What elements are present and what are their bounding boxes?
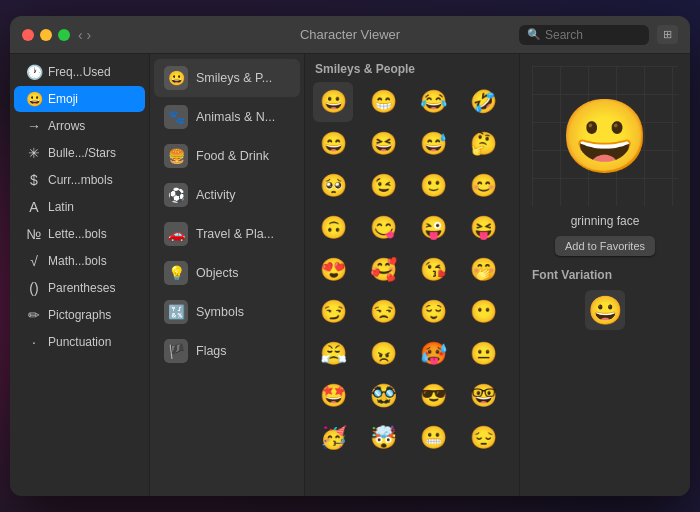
emoji-cell[interactable]: 😤 [313,334,353,374]
sidebar-item-emoji[interactable]: 😀Emoji [14,86,145,112]
emoji-cell[interactable]: 😏 [313,292,353,332]
main-content: 🕐Freq...Used😀Emoji→Arrows✳Bulle.../Stars… [10,54,690,496]
cat-label-objects: Objects [196,266,238,280]
sidebar-icon-bullets: ✳ [26,145,42,161]
sidebar-label-arrows: Arrows [48,119,85,133]
emoji-name: grinning face [571,214,640,228]
emoji-cell[interactable]: 😒 [363,292,403,332]
sidebar-item-pictographs[interactable]: ✏Pictographs [14,302,145,328]
emoji-cell[interactable]: 😆 [363,124,403,164]
search-box[interactable]: 🔍 [519,25,649,45]
emoji-cell[interactable]: 😝 [463,208,503,248]
emoji-cell[interactable]: 🥳 [313,418,353,458]
emoji-cell[interactable]: 😘 [413,250,453,290]
minimize-button[interactable] [40,29,52,41]
character-viewer-window: ‹ › Character Viewer 🔍 ⊞ 🕐Freq...Used😀Em… [10,16,690,496]
emoji-cell[interactable]: 😂 [413,82,453,122]
cat-label-travel: Travel & Pla... [196,227,274,241]
category-item-flags[interactable]: 🏴Flags [154,332,300,370]
sidebar-left: 🕐Freq...Used😀Emoji→Arrows✳Bulle.../Stars… [10,54,150,496]
add-to-favorites-button[interactable]: Add to Favorites [555,236,655,256]
emoji-cell[interactable]: 😁 [363,82,403,122]
sidebar-label-math: Math...bols [48,254,107,268]
emoji-cell[interactable]: 😜 [413,208,453,248]
sidebar-label-parentheses: Parentheses [48,281,115,295]
titlebar: ‹ › Character Viewer 🔍 ⊞ [10,16,690,54]
sidebar-item-letterlike[interactable]: №Lette...bols [14,221,145,247]
emoji-cell[interactable]: 😬 [413,418,453,458]
sidebar-label-letterlike: Lette...bols [48,227,107,241]
sidebar-item-freq-used[interactable]: 🕐Freq...Used [14,59,145,85]
maximize-button[interactable] [58,29,70,41]
detail-emoji-large: 😀 [560,94,650,179]
category-item-food[interactable]: 🍔Food & Drink [154,137,300,175]
emoji-cell[interactable]: 🙃 [313,208,353,248]
emoji-cell[interactable]: 😅 [413,124,453,164]
search-input[interactable] [545,28,635,42]
category-item-symbols[interactable]: 🔣Symbols [154,293,300,331]
emoji-cell[interactable]: 😎 [413,376,453,416]
detail-panel: 😀 grinning face Add to Favorites Font Va… [520,54,690,496]
emoji-cell[interactable]: 🥵 [413,334,453,374]
window-title: Character Viewer [300,27,400,42]
emoji-cell[interactable]: 😋 [363,208,403,248]
nav-chevron-icon[interactable]: ‹ › [78,27,91,43]
traffic-lights [22,29,70,41]
emoji-cell[interactable]: 🙂 [413,166,453,206]
sidebar-icon-currency: $ [26,172,42,188]
category-item-objects[interactable]: 💡Objects [154,254,300,292]
cat-icon-travel: 🚗 [164,222,188,246]
emoji-grid: 😀😁😂🤣😄😆😅🤔🥺😉🙂😊🙃😋😜😝😍🥰😘🤭😏😒😌😶😤😠🥵😐🤩🥸😎🤓🥳🤯😬😔 [313,82,511,458]
cat-label-activity: Activity [196,188,236,202]
emoji-cell[interactable]: 🤩 [313,376,353,416]
cat-label-flags: Flags [196,344,227,358]
cat-label-animals: Animals & N... [196,110,275,124]
emoji-cell[interactable]: 😶 [463,292,503,332]
category-item-activity[interactable]: ⚽Activity [154,176,300,214]
sidebar-item-bullets[interactable]: ✳Bulle.../Stars [14,140,145,166]
sidebar-icon-math: √ [26,253,42,269]
category-item-animals[interactable]: 🐾Animals & N... [154,98,300,136]
sidebar-item-latin[interactable]: ALatin [14,194,145,220]
emoji-cell[interactable]: 😠 [363,334,403,374]
emoji-cell[interactable]: 😐 [463,334,503,374]
emoji-cell[interactable]: 😄 [313,124,353,164]
sidebar-label-punctuation: Punctuation [48,335,111,349]
emoji-cell[interactable]: 🥰 [363,250,403,290]
emoji-cell[interactable]: 🥸 [363,376,403,416]
cat-icon-food: 🍔 [164,144,188,168]
cat-icon-flags: 🏴 [164,339,188,363]
sidebar-item-punctuation[interactable]: ·Punctuation [14,329,145,355]
sidebar-item-parentheses[interactable]: ()Parentheses [14,275,145,301]
emoji-cell[interactable]: 🤔 [463,124,503,164]
emoji-cell[interactable]: 🤓 [463,376,503,416]
emoji-cell[interactable]: 😔 [463,418,503,458]
category-item-travel[interactable]: 🚗Travel & Pla... [154,215,300,253]
cat-icon-objects: 💡 [164,261,188,285]
sidebar-icon-latin: A [26,199,42,215]
sidebar-icon-parentheses: () [26,280,42,296]
emoji-cell[interactable]: 😀 [313,82,353,122]
category-item-smileys[interactable]: 😀Smileys & P... [154,59,300,97]
cat-label-symbols: Symbols [196,305,244,319]
emoji-section-title: Smileys & People [313,62,511,76]
sidebar-item-currency[interactable]: $Curr...mbols [14,167,145,193]
sidebar-item-math[interactable]: √Math...bols [14,248,145,274]
emoji-cell[interactable]: 😌 [413,292,453,332]
emoji-cell[interactable]: 🤭 [463,250,503,290]
font-variation-emoji[interactable]: 😀 [585,290,625,330]
sidebar-label-bullets: Bulle.../Stars [48,146,116,160]
emoji-cell[interactable]: 😉 [363,166,403,206]
emoji-cell[interactable]: 🤯 [363,418,403,458]
emoji-cell[interactable]: 😊 [463,166,503,206]
cat-icon-smileys: 😀 [164,66,188,90]
emoji-cell[interactable]: 😍 [313,250,353,290]
sidebar-icon-punctuation: · [26,334,42,350]
close-button[interactable] [22,29,34,41]
grid-view-button[interactable]: ⊞ [657,25,678,44]
emoji-cell[interactable]: 🤣 [463,82,503,122]
emoji-panel: Smileys & People 😀😁😂🤣😄😆😅🤔🥺😉🙂😊🙃😋😜😝😍🥰😘🤭😏😒😌… [305,54,520,496]
sidebar-item-arrows[interactable]: →Arrows [14,113,145,139]
emoji-cell[interactable]: 🥺 [313,166,353,206]
cat-icon-animals: 🐾 [164,105,188,129]
